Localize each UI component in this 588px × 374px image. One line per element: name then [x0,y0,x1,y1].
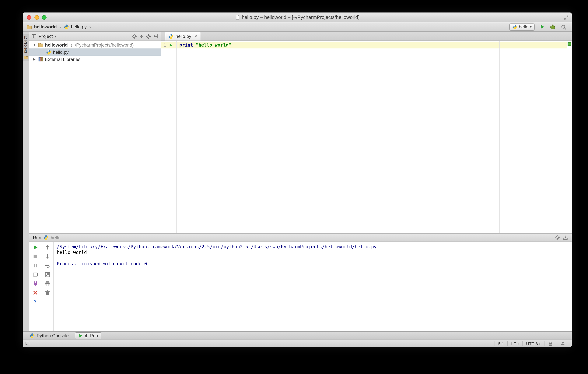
run-configuration-dropdown[interactable]: hello ▾ [509,23,535,31]
navigation-bar: helloworld › hello.py › hello ▾ [23,22,572,32]
code-keyword: print [179,43,193,48]
project-panel-header: Project ▾ [29,32,161,41]
expand-arrow-icon[interactable]: ▶ [32,58,36,61]
zoom-window-button[interactable] [42,15,47,20]
caret-position-widget[interactable]: 5:1 [494,341,507,346]
resize-corner-icon[interactable] [564,15,569,20]
bottom-toolwindow-bar: Python Console 4: Run [23,331,572,340]
print-button[interactable] [44,281,50,287]
navbar-right-group: hello ▾ [509,23,568,31]
project-toolwindow-icon [23,55,28,60]
run-panel-settings-gear-icon[interactable] [555,235,560,240]
collapse-arrow-icon[interactable]: ▼ [32,43,36,47]
readonly-toggle[interactable] [544,341,556,346]
traffic-lights [27,12,47,22]
console-blank-line [57,256,569,261]
chevron-down-icon[interactable]: ▾ [55,34,56,38]
encoding-widget[interactable]: UTF-8 ↕ [522,341,544,346]
pause-output-button[interactable] [32,263,38,268]
clear-console-button[interactable] [44,290,50,296]
run-panel-config-label: hello [51,235,60,240]
console-exit-line: Process finished with exit code 0 [57,261,569,267]
folder-icon [26,24,32,30]
run-configuration-label: hello [519,24,528,30]
inspection-status-icon[interactable] [567,43,571,46]
document-proxy-icon[interactable] [235,15,240,20]
stop-button[interactable] [32,254,38,259]
minimize-window-button[interactable] [34,15,39,20]
project-root-path: (~/PycharmProjects/helloworld) [71,42,134,47]
code-line-1[interactable]: print "hello world" [178,42,231,48]
tree-row-external-libraries[interactable]: ▶ External Libraries [29,56,161,63]
tree-row-hello-py[interactable]: hello.py [29,48,161,56]
updown-arrows-icon: ↕ [539,342,541,345]
window-title-group: hello.py – helloworld – [~/PycharmProjec… [235,14,359,20]
run-tab-label: 4: Run [84,333,98,338]
python-file-icon [168,34,174,39]
folder-icon [38,42,43,48]
code-string: "hello world" [196,43,231,48]
breadcrumb-file-label: hello.py [71,24,87,30]
breadcrumb-file[interactable]: hello.py [64,24,87,30]
run-panel-body: ? /System/Library/Frameworks/Py [29,242,572,331]
help-button[interactable]: ? [34,299,37,305]
down-stack-trace-button[interactable] [44,254,50,259]
editor-tab-bar: hello.py ✕ [161,32,572,41]
tree-row-project-root[interactable]: ▼ helloworld (~/PycharmProjects/hellowor… [29,41,161,48]
line-number: 1 [162,43,166,47]
rerun-button[interactable] [32,245,38,250]
run-panel-header[interactable]: Run hello [29,234,572,242]
caret-position-value: 5:1 [498,341,504,346]
breadcrumb-separator: › [59,24,61,30]
project-tree: ▼ helloworld (~/PycharmProjects/hellowor… [29,41,161,233]
text-caret [178,43,179,48]
run-line-marker-icon[interactable] [169,43,173,47]
console-output[interactable]: /System/Library/Frameworks/Python.framew… [54,242,572,331]
inspection-scrollbar-stripe[interactable] [567,41,572,233]
editor-body[interactable]: 1 print "hello world" [161,41,572,233]
titlebar[interactable]: hello.py – helloworld – [~/PycharmProjec… [23,12,572,22]
python-console-icon [30,333,35,338]
project-toolwindow-button[interactable]: 1: Project [23,34,29,61]
run-button[interactable] [540,24,545,30]
project-toolwindow-label: 1: Project [24,36,28,53]
restore-layout-button[interactable] [44,272,50,278]
soft-wrap-button[interactable] [44,263,50,268]
external-libraries-label: External Libraries [45,57,80,62]
collapse-all-icon[interactable] [139,33,144,39]
close-panel-button[interactable] [32,290,38,295]
hide-panel-icon[interactable] [153,33,158,39]
dock-panel-icon[interactable] [563,235,568,240]
close-tab-icon[interactable]: ✕ [194,34,198,39]
editor-area: hello.py ✕ 1 [161,32,572,233]
attach-debugger-icon[interactable] [32,281,38,287]
search-everywhere-icon[interactable] [561,24,567,30]
run-panel: Run hello [29,233,572,331]
up-stack-trace-button[interactable] [44,245,50,250]
run-panel-title: Run [33,235,41,240]
breadcrumb-project-label: helloworld [34,24,57,30]
python-console-button[interactable]: Python Console [30,333,69,338]
center-column: Project ▾ ▼ helloworl [29,32,572,331]
gutter-separator [176,41,177,233]
editor-tab-hello-py[interactable]: hello.py ✕ [165,32,201,41]
breadcrumb-project[interactable]: helloworld [26,24,57,30]
hector-inspector-icon [560,341,565,346]
run-tab-play-icon [78,333,83,338]
toolwindow-switcher-icon[interactable] [25,341,30,346]
line-separator-value: LF [511,341,516,346]
panel-settings-gear-icon[interactable] [146,33,151,39]
debug-button[interactable] [550,24,556,30]
project-panel-title[interactable]: Project [39,33,53,39]
run-toolwindow-button[interactable]: 4: Run [75,332,101,339]
pycharm-window: hello.py – helloworld – [~/PycharmProjec… [23,12,572,347]
project-panel: Project ▾ ▼ helloworl [29,32,161,233]
python-file-icon [46,49,52,55]
line-separator-widget[interactable]: LF ↕ [507,341,522,346]
close-window-button[interactable] [27,15,32,20]
left-toolwindow-stripe: 1: Project [23,32,29,331]
breadcrumb-separator: › [89,24,91,30]
highlighting-level-widget[interactable] [556,341,569,346]
show-console-button[interactable] [32,272,38,278]
locate-file-icon[interactable] [132,33,137,39]
